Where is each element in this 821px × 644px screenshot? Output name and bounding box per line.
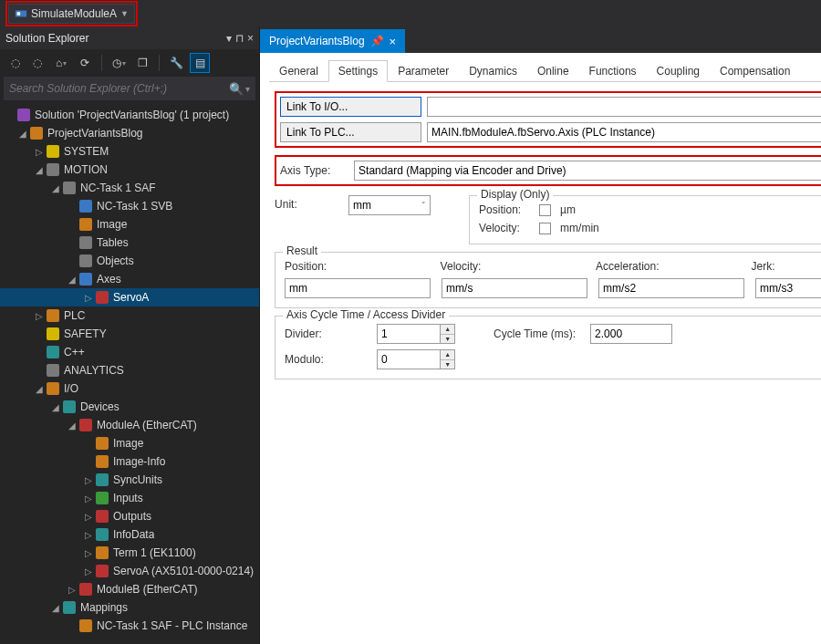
close-icon[interactable]: × bbox=[247, 32, 254, 45]
spin-up-icon[interactable]: ▲ bbox=[441, 325, 454, 335]
preview-button[interactable]: ▤ bbox=[190, 53, 210, 73]
link-io-button[interactable]: Link To I/O... bbox=[280, 97, 421, 117]
spin-down-icon[interactable]: ▼ bbox=[441, 360, 454, 369]
tree-infodata[interactable]: ▷InfoData bbox=[0, 525, 259, 544]
tree-nc-saf[interactable]: ◢NC-Task 1 SAF bbox=[0, 179, 259, 197]
link-plc-button[interactable]: Link To PLC... bbox=[280, 122, 421, 142]
tree-nc-svb[interactable]: NC-Task 1 SVB bbox=[0, 197, 259, 215]
close-icon[interactable]: × bbox=[390, 35, 397, 48]
tree-modA-image[interactable]: Image bbox=[0, 434, 259, 452]
document-tab[interactable]: ProjectVariantsBlog 📌 × bbox=[260, 29, 405, 53]
tree-solution[interactable]: Solution 'ProjectVariantsBlog' (1 projec… bbox=[0, 106, 259, 124]
autohide-icon[interactable]: ▾ bbox=[226, 32, 232, 45]
tree-safety[interactable]: SAFETY bbox=[0, 325, 259, 343]
tree-system[interactable]: ▷SYSTEM bbox=[0, 142, 259, 161]
tab-compensation[interactable]: Compensation bbox=[710, 60, 800, 82]
tree-project[interactable]: ◢ProjectVariantsBlog bbox=[0, 124, 259, 142]
solution-explorer-pane: Solution Explorer ▾ ⊓ × ◌ ◌ ⌂▾ ⟳ ◷▾ ❐ 🔧 … bbox=[0, 27, 260, 644]
result-acc-value[interactable] bbox=[598, 278, 744, 298]
spin-down-icon[interactable]: ▼ bbox=[441, 335, 454, 344]
configuration-combo-label: SimulateModuleA bbox=[31, 7, 117, 20]
tab-functions[interactable]: Functions bbox=[579, 60, 647, 82]
solution-explorer-search[interactable]: 🔍▾ bbox=[4, 77, 255, 100]
link-plc-value[interactable] bbox=[427, 122, 821, 142]
unit-select[interactable]: mm ˅ bbox=[348, 195, 431, 215]
fwd-button[interactable]: ◌ bbox=[27, 53, 47, 73]
modct-input[interactable] bbox=[377, 349, 441, 369]
history-button[interactable]: ◷▾ bbox=[109, 53, 129, 73]
result-acc-label: Acceleration: bbox=[596, 260, 659, 273]
cycletime-value[interactable] bbox=[590, 324, 672, 344]
tree-servoA2[interactable]: ▷ServoA (AX5101-0000-0214) bbox=[0, 562, 259, 580]
tree-objects[interactable]: Objects bbox=[0, 252, 259, 270]
tab-general[interactable]: General bbox=[269, 60, 328, 82]
tree-analytics[interactable]: ANALYTICS bbox=[0, 361, 259, 379]
velocity-mmmin-label: mm/min bbox=[560, 222, 599, 234]
tree-servoA[interactable]: ▷ServoA bbox=[0, 288, 259, 306]
back-button[interactable]: ◌ bbox=[5, 53, 26, 73]
svg-rect-1 bbox=[17, 12, 21, 16]
tree-mappings[interactable]: ◢Mappings bbox=[0, 598, 259, 617]
home-button[interactable]: ⌂▾ bbox=[51, 53, 71, 73]
divider-spinner[interactable]: ▲▼ bbox=[377, 324, 455, 344]
divider-input[interactable] bbox=[377, 324, 441, 344]
display-legend: Display (Only) bbox=[477, 188, 553, 201]
tree-cpp[interactable]: C++ bbox=[0, 343, 259, 361]
link-io-value[interactable] bbox=[427, 97, 821, 117]
properties-button[interactable]: 🔧 bbox=[166, 53, 186, 73]
solution-tree[interactable]: Solution 'ProjectVariantsBlog' (1 projec… bbox=[0, 104, 259, 644]
cycle-legend: Axis Cycle Time / Access Divider bbox=[283, 308, 449, 321]
axis-type-select[interactable]: Standard (Mapping via Encoder and Drive)… bbox=[354, 161, 821, 181]
tree-term1[interactable]: ▷Term 1 (EK1100) bbox=[0, 544, 259, 562]
tree-image[interactable]: Image bbox=[0, 215, 259, 234]
search-icon[interactable]: 🔍 bbox=[229, 82, 244, 96]
spin-up-icon[interactable]: ▲ bbox=[441, 350, 454, 360]
configuration-combo[interactable]: SimulateModuleA ▼ bbox=[8, 4, 135, 24]
modulo-ct-label: Modulo: bbox=[285, 353, 371, 366]
tree-outputs[interactable]: ▷Outputs bbox=[0, 507, 259, 525]
cycle-group: Axis Cycle Time / Access Divider Divider… bbox=[275, 316, 821, 379]
tree-moduleB[interactable]: ▷ModuleB (EtherCAT) bbox=[0, 580, 259, 598]
tree-tables[interactable]: Tables bbox=[0, 234, 259, 252]
tree-modA-imageinfo[interactable]: Image-Info bbox=[0, 452, 259, 471]
solution-explorer-title: Solution Explorer bbox=[5, 32, 88, 45]
config-icon bbox=[15, 7, 27, 20]
result-pos-value[interactable] bbox=[285, 278, 431, 298]
tree-nc-map[interactable]: NC-Task 1 SAF - PLC Instance bbox=[0, 617, 259, 635]
tab-coupling[interactable]: Coupling bbox=[647, 60, 710, 82]
result-jerk-label: Jerk: bbox=[752, 260, 775, 273]
tree-devices[interactable]: ◢Devices bbox=[0, 398, 259, 416]
tree-plc[interactable]: ▷PLC bbox=[0, 306, 259, 325]
result-jerk-value[interactable] bbox=[755, 278, 821, 298]
editor-pane: ProjectVariantsBlog 📌 × General Settings… bbox=[260, 27, 821, 644]
result-vel-label: Velocity: bbox=[441, 260, 482, 273]
display-group: Display (Only) Position: µm Modulo Veloc… bbox=[469, 195, 821, 244]
tree-motion[interactable]: ◢MOTION bbox=[0, 161, 259, 179]
property-tabs: General Settings Parameter Dynamics Onli… bbox=[269, 58, 821, 82]
top-toolbar: SimulateModuleA ▼ bbox=[0, 0, 821, 27]
settings-form: Link To I/O... Link To PLC... Axis Type:… bbox=[260, 82, 821, 389]
document-tabbar: ProjectVariantsBlog 📌 × bbox=[260, 27, 821, 53]
tab-dynamics[interactable]: Dynamics bbox=[459, 60, 527, 82]
chevron-down-icon[interactable]: ▾ bbox=[245, 84, 250, 94]
tree-axes[interactable]: ◢Axes bbox=[0, 270, 259, 288]
tab-settings[interactable]: Settings bbox=[328, 60, 388, 82]
tree-syncunits[interactable]: ▷SyncUnits bbox=[0, 471, 259, 489]
tree-moduleA[interactable]: ◢ModuleA (EtherCAT) bbox=[0, 416, 259, 434]
search-input[interactable] bbox=[9, 82, 229, 95]
tab-parameter[interactable]: Parameter bbox=[388, 60, 459, 82]
position-um-checkbox[interactable] bbox=[539, 204, 551, 216]
result-vel-value[interactable] bbox=[442, 278, 587, 298]
tree-inputs[interactable]: ▷Inputs bbox=[0, 489, 259, 507]
sync-button[interactable]: ⟳ bbox=[75, 53, 95, 73]
solution-explorer-toolbar: ◌ ◌ ⌂▾ ⟳ ◷▾ ❐ 🔧 ▤ bbox=[0, 49, 259, 77]
copy-button[interactable]: ❐ bbox=[132, 53, 152, 73]
pin-icon[interactable]: 📌 bbox=[370, 35, 384, 47]
result-pos-label: Position: bbox=[285, 260, 327, 273]
tab-online[interactable]: Online bbox=[527, 60, 579, 82]
pin-icon[interactable]: ⊓ bbox=[235, 32, 244, 45]
modct-spinner[interactable]: ▲▼ bbox=[377, 349, 455, 369]
workspace: Solution Explorer ▾ ⊓ × ◌ ◌ ⌂▾ ⟳ ◷▾ ❐ 🔧 … bbox=[0, 27, 821, 644]
tree-io[interactable]: ◢I/O bbox=[0, 379, 259, 398]
velocity-mmmin-checkbox[interactable] bbox=[539, 223, 551, 234]
